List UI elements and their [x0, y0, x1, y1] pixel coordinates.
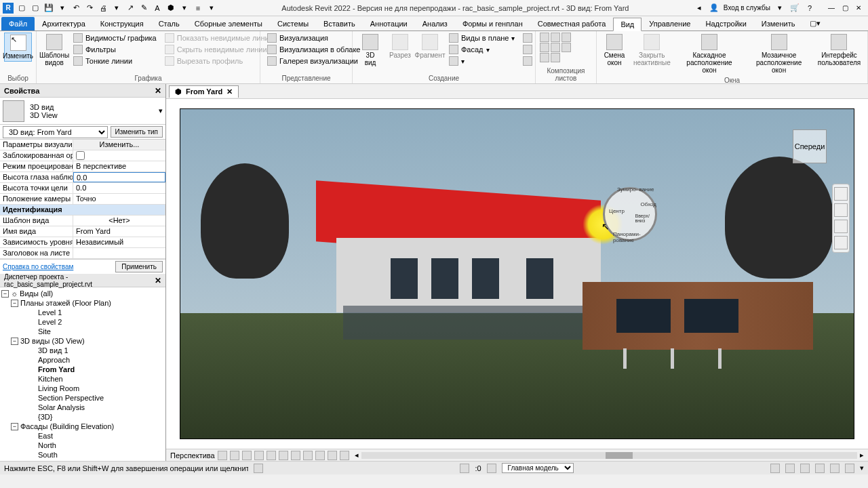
- collapse-icon[interactable]: −: [11, 423, 18, 430]
- status-filter4-icon[interactable]: [815, 464, 825, 473]
- chevron-down-icon[interactable]: ▾: [159, 106, 163, 115]
- tree-views-all[interactable]: −☼ Виды (all): [1, 289, 164, 298]
- tree-level1[interactable]: Level 1: [1, 308, 164, 317]
- status-worksets-icon[interactable]: [460, 464, 469, 473]
- sheet-icon7[interactable]: [540, 53, 549, 62]
- status-filter2-icon[interactable]: [785, 464, 795, 473]
- qat-text-icon[interactable]: A: [152, 3, 163, 14]
- sheet-icon5[interactable]: [551, 43, 560, 52]
- vc-lock-icon[interactable]: [303, 451, 313, 460]
- status-editable-icon[interactable]: [487, 464, 496, 473]
- tree-3d-view1[interactable]: 3D вид 1: [1, 346, 164, 355]
- qat-close-icon[interactable]: ▾: [206, 3, 217, 14]
- status-filter1-icon[interactable]: [770, 464, 780, 473]
- qat-section-icon[interactable]: ▾: [179, 3, 190, 14]
- sheet-icon2[interactable]: [551, 33, 560, 42]
- tile-button[interactable]: Мозаичное расположение окон: [745, 33, 812, 75]
- viewport[interactable]: Зумиро- вание Обход Панорами- рование Це…: [166, 99, 868, 449]
- switch-windows-button[interactable]: Смена окон: [601, 33, 628, 68]
- tree-elevations[interactable]: −Фасады (Building Elevation): [1, 422, 164, 431]
- x1-button[interactable]: [520, 33, 535, 43]
- collapse-icon[interactable]: −: [11, 300, 18, 307]
- vc-crop-vis-icon[interactable]: [291, 451, 300, 460]
- nav-pan-button[interactable]: [834, 203, 848, 217]
- vc-style-icon[interactable]: [230, 451, 239, 460]
- status-filter3-icon[interactable]: [800, 464, 810, 473]
- close-inactive-button[interactable]: Закрыть неактивные: [631, 33, 673, 68]
- prop-projection[interactable]: В перспективе: [73, 161, 165, 171]
- qat-measure-icon[interactable]: ▾: [111, 3, 122, 14]
- view-templates-button[interactable]: Шаблоны видов: [41, 33, 68, 68]
- qat-3d-icon[interactable]: ⬢: [165, 3, 176, 14]
- qat-redo-icon[interactable]: ↷: [84, 3, 95, 14]
- dropdown-icon[interactable]: ▾: [774, 3, 785, 14]
- cart-icon[interactable]: 🛒: [789, 3, 800, 14]
- x2-button[interactable]: [520, 44, 535, 55]
- nav-orbit-button[interactable]: [834, 236, 848, 249]
- sheet-icon8[interactable]: [551, 53, 560, 62]
- visibility-graphics-button[interactable]: Видимость/ графика: [71, 33, 159, 43]
- view-tab-close-button[interactable]: ✕: [226, 87, 233, 96]
- prop-locked[interactable]: [73, 150, 165, 161]
- vc-sun-icon[interactable]: [242, 451, 252, 460]
- nav-wheel-button[interactable]: [834, 187, 848, 201]
- help-icon[interactable]: ?: [804, 3, 815, 14]
- prop-view-template[interactable]: <Нет>: [73, 216, 165, 226]
- status-filter5-icon[interactable]: [830, 464, 840, 473]
- elevation-button[interactable]: Фасад ▾: [446, 44, 517, 55]
- browser-tree[interactable]: −☼ Виды (all) −Планы этажей (Floor Plan)…: [0, 287, 165, 461]
- vc-scroll-left[interactable]: ◂: [355, 451, 359, 460]
- tree-living-room[interactable]: Living Room: [1, 384, 164, 393]
- user-interface-button[interactable]: Интерфейс пользователя: [815, 33, 863, 68]
- vc-analytical-icon[interactable]: [340, 451, 349, 460]
- qat-undo-icon[interactable]: ↶: [71, 3, 81, 14]
- tab-architecture[interactable]: Архитектура: [35, 17, 93, 30]
- vc-scroll-right[interactable]: ▸: [860, 451, 864, 460]
- cascade-button[interactable]: Каскадное расположение окон: [676, 33, 743, 75]
- prop-visual-params[interactable]: Изменить...: [73, 140, 165, 150]
- tab-view[interactable]: Вид: [613, 18, 642, 31]
- minimize-button[interactable]: —: [825, 2, 838, 14]
- apply-button[interactable]: Применить: [115, 261, 163, 272]
- filters-button[interactable]: Фильтры: [71, 44, 159, 55]
- sheet-icon1[interactable]: [540, 33, 549, 42]
- collapse-icon[interactable]: −: [11, 338, 18, 345]
- close-button[interactable]: ✕: [852, 2, 865, 14]
- tree-solar[interactable]: Solar Analysis: [1, 403, 164, 412]
- tab-steel[interactable]: Сталь: [151, 17, 187, 30]
- properties-help-link[interactable]: Справка по свойствам: [3, 263, 73, 270]
- prop-target-height[interactable]: 0.0: [73, 183, 165, 193]
- qat-open-icon[interactable]: ▢: [16, 3, 27, 14]
- user-icon[interactable]: 👤: [709, 3, 719, 14]
- vc-reveal-icon[interactable]: [328, 451, 337, 460]
- tree-level2[interactable]: Level 2: [1, 317, 164, 327]
- tree-3d-default[interactable]: {3D}: [1, 412, 164, 422]
- viewport-canvas[interactable]: Зумиро- вание Обход Панорами- рование Це…: [180, 108, 854, 439]
- prop-eye-height[interactable]: 0.0: [73, 172, 165, 182]
- scale-label[interactable]: Перспектива: [170, 451, 215, 460]
- tree-site[interactable]: Site: [1, 327, 164, 336]
- tab-systems[interactable]: Системы: [270, 17, 316, 30]
- steering-wheel[interactable]: Зумиро- вание Обход Панорами- рование Це…: [603, 187, 657, 241]
- qat-dim-icon[interactable]: ↗: [125, 3, 136, 14]
- tab-more[interactable]: ▢▾: [802, 16, 828, 30]
- edit-type-button[interactable]: Изменить тип: [111, 126, 163, 138]
- tree-floor-plans[interactable]: −Планы этажей (Floor Plan): [1, 298, 164, 308]
- tree-north[interactable]: North: [1, 441, 164, 450]
- maximize-button[interactable]: ▢: [838, 2, 852, 14]
- tab-analyze[interactable]: Анализ: [415, 17, 455, 30]
- info-icon[interactable]: ◂: [694, 3, 705, 14]
- qat-thin-icon[interactable]: ≡: [193, 3, 203, 14]
- qat-sync-icon[interactable]: ▾: [57, 3, 68, 14]
- tab-structure[interactable]: Конструкция: [93, 17, 151, 30]
- collapse-icon[interactable]: −: [1, 290, 9, 298]
- section-button[interactable]: Разрез: [387, 33, 414, 60]
- render-cloud-button[interactable]: Визуализация в облаке: [264, 44, 363, 55]
- tab-collaborate[interactable]: Совместная работа: [530, 17, 614, 30]
- render-gallery-button[interactable]: Галерея визуализации: [264, 56, 363, 66]
- view-tab-from-yard[interactable]: ⬢ From Yard ✕: [169, 85, 239, 98]
- callout-button[interactable]: Фрагмент: [416, 33, 443, 60]
- qat-saveall-icon[interactable]: 💾: [43, 3, 54, 14]
- qat-save-icon[interactable]: ▢: [30, 3, 41, 14]
- 3d-view-button[interactable]: 3D вид: [357, 33, 384, 68]
